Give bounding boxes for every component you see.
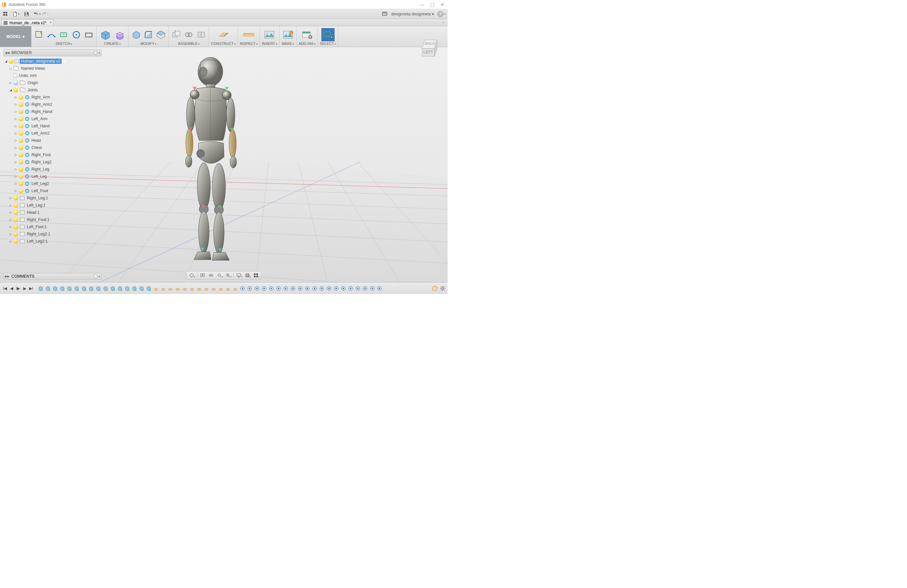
timeline-feature[interactable] — [297, 285, 303, 292]
timeline-feature[interactable] — [95, 285, 102, 292]
tree-joint-item[interactable]: ▷Right_Arm — [3, 94, 102, 101]
extrude-icon[interactable] — [113, 28, 126, 41]
tree-joint-item[interactable]: ▷Left_Arm — [3, 115, 102, 123]
tree-joint-item[interactable]: ▷Left_Hand — [3, 123, 102, 129]
help-button[interactable]: ? — [437, 11, 444, 18]
timeline-feature[interactable] — [203, 285, 210, 292]
ribbon-label[interactable]: MAKE — [282, 42, 294, 45]
ribbon-label[interactable]: ADD-INS — [299, 42, 316, 45]
look-at-button[interactable] — [199, 272, 207, 279]
timeline-play-button[interactable]: ▶ — [22, 286, 27, 291]
timeline-feature[interactable] — [311, 285, 318, 292]
timeline-feature[interactable] — [232, 285, 239, 292]
tree-units[interactable]: ▷Units: mm — [3, 72, 102, 79]
timeline-feature[interactable] — [275, 285, 282, 292]
timeline-feature[interactable] — [376, 285, 383, 292]
ribbon-label[interactable]: CONSTRUCT — [211, 42, 236, 45]
rectangle-icon[interactable]: + — [58, 29, 69, 40]
tree-joint-item[interactable]: ▷Left_Arm2 — [3, 129, 102, 137]
tree-component-item[interactable]: ▷Left_Leg2:1 — [3, 238, 102, 245]
timeline-feature[interactable] — [160, 285, 167, 292]
ribbon-label[interactable]: SKETCH — [56, 42, 72, 45]
shell-icon[interactable] — [155, 29, 167, 40]
timeline-feature[interactable] — [102, 285, 109, 292]
grid-settings-button[interactable] — [244, 272, 251, 279]
timeline-feature[interactable] — [354, 285, 361, 292]
zoom-button[interactable] — [216, 272, 223, 279]
comments-panel[interactable]: ▶▶ COMMENTS ▾ — [3, 273, 102, 280]
ribbon-label[interactable]: MODIFY — [140, 42, 156, 45]
as-built-joint-icon[interactable] — [196, 29, 207, 40]
display-settings-button[interactable] — [235, 272, 243, 279]
timeline-feature[interactable] — [109, 285, 116, 292]
press-pull-icon[interactable] — [130, 29, 141, 40]
tree-joint-item[interactable]: ▷Right_Foot — [3, 151, 102, 158]
make-icon[interactable] — [282, 28, 295, 41]
insert-icon[interactable] — [263, 28, 276, 41]
new-component-icon[interactable]: + — [171, 29, 182, 40]
undo-button[interactable] — [34, 11, 41, 18]
timeline-start-button[interactable]: I◀ — [2, 286, 8, 291]
timeline-settings-icon[interactable] — [440, 286, 445, 291]
account-menu[interactable]: designneta designneta ▾ — [389, 12, 436, 16]
browser-pin-icon[interactable] — [94, 51, 97, 54]
timeline-feature[interactable] — [218, 285, 224, 292]
timeline-feature[interactable] — [117, 285, 123, 292]
timeline-feature[interactable] — [304, 285, 311, 292]
timeline-step-fwd-button[interactable]: I▶ — [15, 286, 21, 291]
fit-button[interactable] — [224, 272, 232, 279]
tree-component-item[interactable]: ▷Right_Leg:1 — [3, 195, 102, 202]
comments-pin-icon[interactable] — [94, 275, 97, 278]
file-menu-button[interactable] — [13, 11, 20, 18]
tree-joint-item[interactable]: ▷Right_Arm2 — [3, 101, 102, 108]
create-sketch-icon[interactable] — [34, 29, 45, 40]
tree-component-item[interactable]: ▷Right_Leg2:1 — [3, 230, 102, 238]
tree-named-views[interactable]: ▷Named Views — [3, 65, 102, 72]
timeline-feature[interactable] — [319, 285, 325, 292]
timeline-feature[interactable] — [326, 285, 332, 292]
timeline-feature[interactable] — [247, 285, 253, 292]
timeline-feature[interactable] — [138, 285, 145, 292]
timeline-feature[interactable] — [268, 285, 275, 292]
tree-joint-item[interactable]: ▷Left_Leg — [3, 173, 102, 180]
timeline-feature[interactable] — [210, 285, 217, 292]
timeline-feature[interactable] — [153, 285, 159, 292]
ribbon-label[interactable]: CREATE — [104, 42, 120, 45]
timeline-feature[interactable] — [131, 285, 138, 292]
trim-icon[interactable] — [83, 29, 95, 40]
tabbar-expand-icon[interactable]: ⌃ — [439, 21, 448, 26]
tree-joint-item[interactable]: ▷Left_Foot — [3, 187, 102, 195]
browser-header[interactable]: ◀◀ BROWSER ▾ — [3, 49, 102, 56]
orbit-button[interactable] — [188, 272, 196, 279]
tree-component-item[interactable]: ▷Left_Foot:1 — [3, 223, 102, 230]
tree-joint-item[interactable]: ▷Left_Leg2 — [3, 180, 102, 187]
timeline-feature[interactable] — [290, 285, 296, 292]
timeline-feature[interactable] — [45, 285, 51, 292]
notifications-icon[interactable] — [381, 11, 389, 18]
tree-joints-folder[interactable]: ◢Joints — [3, 86, 102, 94]
timeline-features[interactable] — [37, 285, 431, 292]
window-minimize-button[interactable]: — — [420, 2, 424, 7]
addins-icon[interactable] — [300, 28, 314, 41]
timeline-feature[interactable] — [174, 285, 181, 292]
timeline-feature[interactable] — [362, 285, 368, 292]
ribbon-label[interactable]: INSERT — [262, 42, 277, 45]
timeline-feature[interactable] — [74, 285, 80, 292]
tree-joint-item[interactable]: ▷Chest — [3, 144, 102, 151]
timeline-feature[interactable] — [52, 285, 58, 292]
timeline-feature[interactable] — [59, 285, 66, 292]
timeline-feature[interactable] — [124, 285, 130, 292]
timeline-feature[interactable] — [167, 285, 174, 292]
viewport-layout-button[interactable] — [252, 272, 260, 279]
window-maximize-button[interactable]: ▢ — [430, 2, 434, 7]
tree-joint-item[interactable]: ▷Right_Hand — [3, 108, 102, 115]
timeline-feature[interactable] — [369, 285, 375, 292]
data-panel-button[interactable] — [2, 11, 9, 18]
tree-component-item[interactable]: ▷Head:1 — [3, 209, 102, 216]
timeline-feature[interactable] — [146, 285, 152, 292]
ribbon-label[interactable]: SELECT — [320, 42, 336, 45]
measure-icon[interactable] — [242, 28, 255, 41]
tree-joint-item[interactable]: ▷Right_Leg2 — [3, 158, 102, 166]
fillet-icon[interactable] — [143, 29, 154, 40]
line-icon[interactable] — [46, 29, 57, 40]
